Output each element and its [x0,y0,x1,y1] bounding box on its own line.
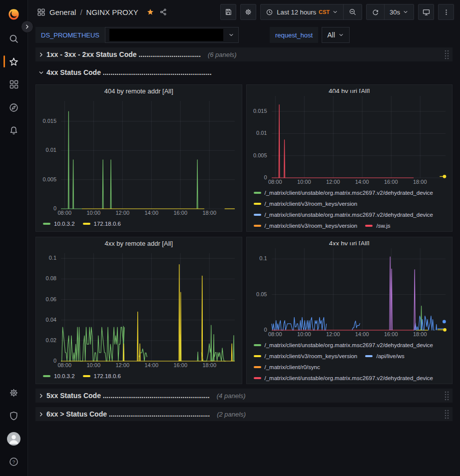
legend-swatch [43,223,50,225]
chart-canvas [61,101,235,210]
y-tick-label: 0.015 [250,108,267,114]
legend-label: /_matrix/client/v3/room_keys/version [265,223,358,229]
legend-item[interactable]: /sw.js [365,220,390,231]
refresh-interval-picker[interactable]: 30s [384,4,414,19]
sidebar-expand-button[interactable] [21,20,33,33]
variable-label-request-host: request_host [270,27,318,43]
star-icon [8,56,19,67]
sidebar-item-help[interactable]: ? [0,450,27,473]
chart-plot-area[interactable]: 00.050.1 [250,245,450,330]
time-picker-group: Last 12 hours CST [260,4,362,20]
legend-item[interactable]: /_matrix/client/v3/room_keys/version [254,198,358,209]
datasource-select[interactable] [105,27,239,43]
chevron-right-icon [24,24,30,29]
legend-item[interactable]: /_matrix/client/unstable/org.matrix.msc2… [254,187,434,198]
legend-label: 172.18.0.6 [94,221,121,227]
legend-swatch [365,355,373,357]
sidebar-item-dashboards[interactable] [0,73,27,96]
legend-item[interactable]: 172.18.0.6 [83,218,121,229]
x-axis-labels: 08:0010:0012:0014:0016:0018:00 [39,209,239,218]
legend-label: 10.0.3.2 [54,221,75,227]
breadcrumb-separator: / [80,8,82,16]
sidebar-item-starred[interactable] [0,50,27,73]
request-host-value: All [327,31,335,39]
chart-plot-area[interactable]: 00.0050.010.015 [39,98,239,209]
legend-item[interactable]: /_matrix/client/unstable/org.matrix.msc2… [254,373,434,384]
legend-item[interactable]: 10.0.3.2 [43,218,75,229]
series-endpoint-dot [442,320,446,323]
grafana-flame-icon [7,8,20,21]
legend-item[interactable]: /_matrix/client/r0/sync [254,362,320,373]
chart-plot-area[interactable]: 00.020.040.060.080.1 [39,250,239,361]
refresh-group: 30s [366,4,414,20]
request-host-select[interactable]: All [322,27,350,43]
legend-swatch [254,192,261,194]
x-tick-label: 08:00 [268,331,282,337]
chart-canvas [272,96,446,179]
legend-swatch [254,377,261,379]
legend-item[interactable]: /_matrix/client/unstable/org.matrix.msc2… [254,209,434,220]
sidebar-item-alerting[interactable] [0,119,27,142]
legend-label: /_matrix/client/v3/room_keys/version [265,353,358,359]
row-drag-handle[interactable] [444,409,450,420]
save-dashboard-button[interactable] [220,4,236,20]
legend-label: /sw.js [376,223,390,229]
kebab-menu-button[interactable] [438,4,454,20]
share-icon[interactable] [159,8,167,16]
row-5xx[interactable]: 5xx Status Code ........................… [35,389,453,403]
legend-item[interactable]: 10.0.3.2 [43,371,75,382]
x-tick-label: 18:00 [413,179,427,185]
chart-canvas [61,253,235,362]
panel-404-by-remote-addr: 404 by remote addr [All] 00.0050.010.015… [35,84,242,232]
dashboard-settings-button[interactable] [240,4,256,20]
row-6xx[interactable]: 6xx > Status Code ......................… [35,407,453,421]
legend-item[interactable]: /api/live/ws [365,351,404,362]
legend-item[interactable]: /_matrix/client/v3/room_keys/version [254,351,358,362]
sidebar-item-profile[interactable] [0,427,27,450]
legend-item[interactable]: /_matrix/client/unstable/org.matrix.msc2… [254,340,434,351]
page-title: NGINX PROXY [86,8,138,16]
legend-item[interactable]: 172.18.0.6 [83,371,121,382]
y-tick-label: 0.08 [39,275,56,281]
gear-icon [8,388,19,398]
panel-title[interactable]: 404 by uri [All] [250,85,450,93]
chevron-right-icon [38,411,44,418]
svg-text:?: ? [12,459,15,465]
refresh-button[interactable] [367,4,384,19]
row-title-dots: ................................ [138,50,200,58]
favorite-star-icon[interactable] [146,8,154,16]
panel-title[interactable]: 4xx by uri [All] [250,237,450,245]
x-tick-label: 10:00 [297,331,311,337]
refresh-interval-label: 30s [390,8,400,16]
save-icon [224,8,232,16]
zoom-out-icon [349,8,357,16]
panel-4xx-by-uri: 4xx by uri [All] 00.050.1 08:0010:0012:0… [246,237,453,384]
x-tick-label: 16:00 [384,331,398,337]
legend-swatch [43,375,50,377]
chevron-right-icon [38,393,44,399]
sidebar: ? [0,0,28,476]
time-range-picker[interactable]: Last 12 hours CST [261,4,343,19]
sidebar-item-explore[interactable] [0,96,27,119]
row-drag-handle[interactable] [444,390,450,401]
panel-title[interactable]: 404 by remote addr [All] [39,85,239,98]
row-drag-handle[interactable] [444,49,450,60]
tv-mode-button[interactable] [418,4,434,20]
breadcrumb-folder[interactable]: General [49,8,76,16]
app-root: ? General / NGINX PROXY [0,0,460,476]
sidebar-item-server-admin[interactable] [0,404,27,427]
toolbar: Last 12 hours CST 30s [216,4,454,20]
gear-icon [244,8,252,16]
row-4xx[interactable]: 4xx Status Code ........................… [35,65,453,79]
zoom-out-time-button[interactable] [343,4,362,19]
redacted-value [109,29,223,41]
refresh-icon [372,8,379,16]
chart-plot-area[interactable]: 00.0050.010.015 [250,93,450,178]
row-panel-count: (2 panels) [217,411,246,418]
legend-item[interactable]: /_matrix/client/v3/room_keys/version [254,220,358,231]
row-title: 6xx > Status Code [46,410,107,418]
sidebar-item-configuration[interactable] [0,381,27,404]
panel-title[interactable]: 4xx by remote addr [All] [39,237,239,250]
row-panel-count: (4 panels) [217,392,246,400]
row-1xx-3xx-2xx[interactable]: 1xx - 3xx - 2xx Status Code ............… [35,47,453,61]
